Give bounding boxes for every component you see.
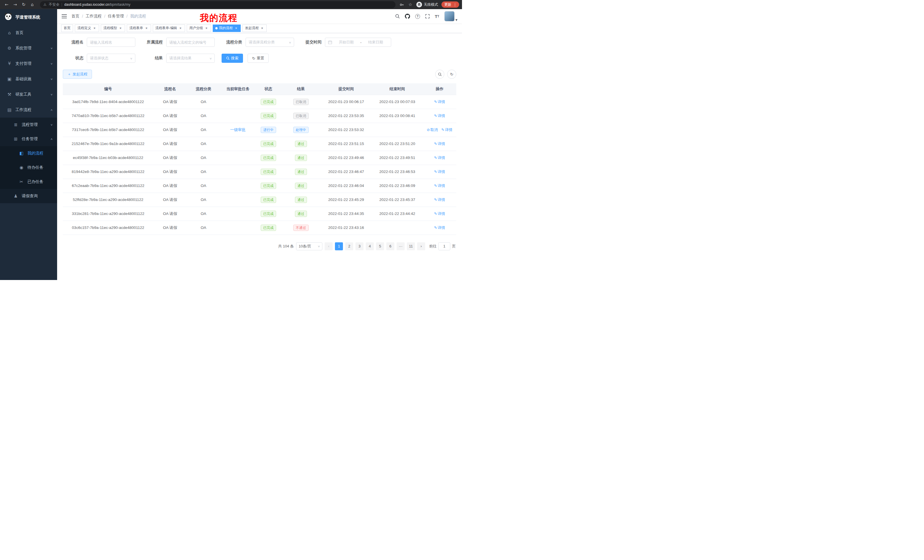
status-select[interactable]: 请选择状态 ∨ xyxy=(87,54,135,63)
page-size-select[interactable]: 10条/页 ∨ xyxy=(296,242,322,250)
detail-link[interactable]: ✎详情 xyxy=(434,169,445,174)
edit-icon: ✎ xyxy=(434,169,437,174)
detail-link[interactable]: ✎详情 xyxy=(434,99,445,105)
user-menu[interactable]: ▼ xyxy=(444,11,458,21)
detail-link[interactable]: ✎详情 xyxy=(434,211,445,216)
cancel-link[interactable]: ⊘取消 xyxy=(427,127,438,132)
tab[interactable]: 我的流程× xyxy=(213,24,241,32)
detail-link[interactable]: ✎详情 xyxy=(434,155,445,160)
page-ellipsis[interactable]: ··· xyxy=(397,242,405,250)
key-icon[interactable] xyxy=(399,2,404,7)
cell-actions: ✎详情 xyxy=(423,207,456,221)
sidebar-item[interactable]: ▤工作流程∧ xyxy=(0,102,57,118)
address-bar[interactable]: ⚠ 不安全 dashboard.yudao.iocoder.cn/bpm/tas… xyxy=(40,1,396,8)
breadcrumb-separator: / xyxy=(82,14,83,18)
page-button[interactable]: 2 xyxy=(345,242,353,250)
result-tag: 通过 xyxy=(295,141,307,147)
detail-link[interactable]: ✎详情 xyxy=(434,183,445,189)
font-size-icon[interactable]: TT xyxy=(435,14,439,19)
search-button[interactable]: 搜索 xyxy=(222,54,243,63)
cell-status: 已完成 xyxy=(255,151,281,165)
column-header: 当前审批任务 xyxy=(220,83,255,95)
close-icon[interactable]: × xyxy=(260,26,264,30)
search-toggle-button[interactable] xyxy=(435,70,444,79)
sidebar-item[interactable]: ⊞任务管理∧ xyxy=(0,132,57,146)
github-icon[interactable] xyxy=(405,14,410,19)
date-range-picker[interactable]: 开始日期 - 结束日期 xyxy=(325,38,391,47)
process-def-input[interactable] xyxy=(166,38,215,47)
table-row: 52ffd28e-7b9a-11ec-a290-acde48001122OA 请… xyxy=(63,193,456,207)
tab[interactable]: 用户分组× xyxy=(187,24,211,32)
tab[interactable]: 首页 xyxy=(61,24,73,32)
page-button[interactable]: 6 xyxy=(386,242,394,250)
back-icon[interactable]: ← xyxy=(3,1,10,8)
close-icon[interactable]: × xyxy=(178,26,183,30)
avatar[interactable] xyxy=(444,11,454,21)
goto-page-input[interactable] xyxy=(438,242,450,250)
forward-icon[interactable]: → xyxy=(11,1,19,8)
table-tools: ↻ xyxy=(435,70,456,79)
refresh-button[interactable]: ↻ xyxy=(447,70,456,79)
hamburger-icon[interactable] xyxy=(62,14,67,18)
reset-button[interactable]: ↻ 重置 xyxy=(248,54,269,63)
detail-link[interactable]: ✎详情 xyxy=(434,225,445,231)
help-icon[interactable]: ? xyxy=(415,14,420,19)
cell-end-time: 2022-01-22 23:45:37 xyxy=(372,193,423,207)
search-icon[interactable] xyxy=(395,14,400,18)
tab[interactable]: 流程表单× xyxy=(127,24,151,32)
sidebar-item-label: 系统管理 xyxy=(15,46,51,51)
sidebar-item[interactable]: ✂已办任务 xyxy=(0,175,57,189)
detail-link[interactable]: ✎详情 xyxy=(434,141,445,147)
detail-link[interactable]: ✎详情 xyxy=(434,197,445,202)
close-icon[interactable]: × xyxy=(93,26,96,30)
close-icon[interactable]: × xyxy=(144,26,148,30)
page-button[interactable]: 4 xyxy=(366,242,374,250)
page-button[interactable]: 5 xyxy=(376,242,384,250)
action-label: 详情 xyxy=(438,197,445,202)
sidebar-item[interactable]: ◧我的流程 xyxy=(0,146,57,160)
security-label[interactable]: 不安全 xyxy=(49,2,60,7)
tab[interactable]: 流程模型× xyxy=(101,24,125,32)
logo[interactable]: 芋道管理系统 xyxy=(0,9,57,25)
sidebar-item[interactable]: ▣基础设施∨ xyxy=(0,71,57,87)
breadcrumb-item[interactable]: 任务管理 xyxy=(108,14,124,19)
home-icon[interactable]: ⌂ xyxy=(28,1,36,8)
column-header: 提交时间 xyxy=(321,83,372,95)
result-tag: 已取消 xyxy=(293,99,309,105)
process-name-input[interactable] xyxy=(87,38,135,47)
breadcrumb-item[interactable]: 首页 xyxy=(71,14,80,19)
category-select[interactable]: 请选择流程分类 ∨ xyxy=(246,38,294,47)
bookmark-star-icon[interactable]: ☆ xyxy=(408,1,413,8)
sidebar-item[interactable]: ⚒研发工具∨ xyxy=(0,87,57,102)
detail-link[interactable]: ✎详情 xyxy=(434,113,445,118)
create-process-button[interactable]: ＋ 发起流程 xyxy=(63,70,92,79)
reload-icon[interactable]: ↻ xyxy=(20,1,27,8)
tab[interactable]: 流程表单-编辑× xyxy=(153,24,185,32)
update-button[interactable]: 更新 ⋮ xyxy=(441,1,459,8)
cell-result: 已取消 xyxy=(281,109,321,123)
tab[interactable]: 流程定义× xyxy=(75,24,99,32)
sidebar-item[interactable]: ⌂首页 xyxy=(0,25,57,40)
detail-link[interactable]: ✎详情 xyxy=(441,127,452,132)
close-icon[interactable]: × xyxy=(234,26,238,30)
result-select[interactable]: 请选择流结果 ∨ xyxy=(166,54,215,63)
sidebar-item[interactable]: ◉待办任务 xyxy=(0,160,57,175)
tab[interactable]: 发起流程× xyxy=(242,24,267,32)
page-button[interactable]: 3 xyxy=(356,242,363,250)
sidebar-item[interactable]: ≣流程管理∨ xyxy=(0,118,57,132)
page-button[interactable]: 11 xyxy=(407,242,415,250)
sidebar-item-label: 首页 xyxy=(15,30,52,35)
menu-dots-icon[interactable]: ⋮ xyxy=(452,3,458,7)
sidebar-item[interactable]: ⚙系统管理∨ xyxy=(0,40,57,56)
close-icon[interactable]: × xyxy=(118,26,123,30)
sidebar-item[interactable]: ¥支付管理∨ xyxy=(0,56,57,71)
prev-page-button[interactable]: ‹ xyxy=(325,242,333,250)
chevron-down-icon: ∨ xyxy=(318,245,320,248)
breadcrumb-item[interactable]: 工作流程 xyxy=(86,14,102,19)
next-page-button[interactable]: › xyxy=(417,242,425,250)
current-task-link[interactable]: 一级审批 xyxy=(230,127,246,132)
page-button[interactable]: 1 xyxy=(335,242,343,250)
sidebar-item[interactable]: ♟请假查询 xyxy=(0,189,57,203)
close-icon[interactable]: × xyxy=(204,26,208,30)
fullscreen-icon[interactable] xyxy=(425,14,430,18)
